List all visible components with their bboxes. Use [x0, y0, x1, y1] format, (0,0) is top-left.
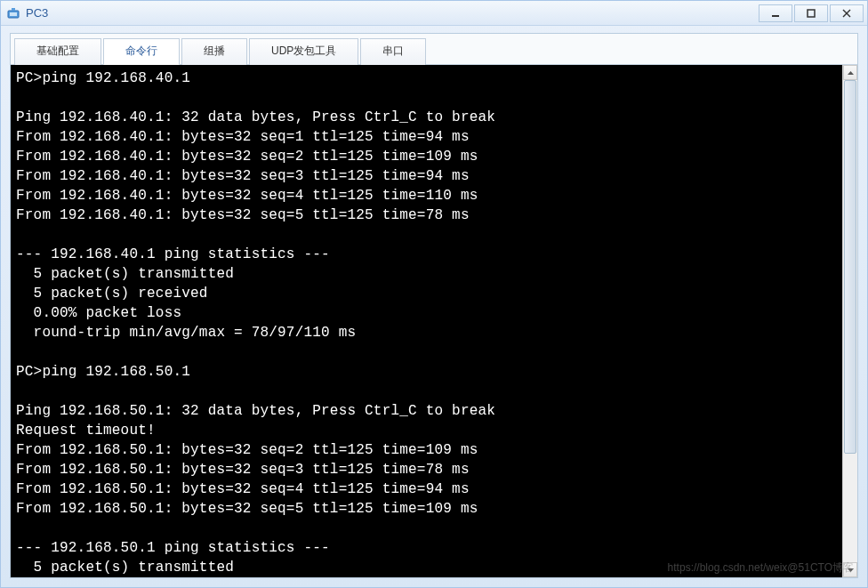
tab-label: 基础配置	[36, 44, 79, 57]
tab-cli[interactable]: 命令行	[103, 38, 180, 65]
scroll-track[interactable]	[843, 80, 857, 562]
close-button[interactable]	[830, 4, 864, 22]
maximize-button[interactable]	[794, 4, 828, 22]
titlebar: PC3	[1, 1, 867, 26]
minimize-button[interactable]	[759, 4, 792, 22]
tab-serial[interactable]: 串口	[360, 38, 426, 65]
svg-rect-2	[12, 8, 15, 11]
window-title: PC3	[26, 6, 757, 20]
svg-marker-7	[848, 71, 854, 75]
content-area: 基础配置 命令行 组播 UDP发包工具 串口 PC>ping 192.168.4…	[10, 33, 858, 578]
terminal-container: PC>ping 192.168.40.1 Ping 192.168.40.1: …	[11, 65, 857, 577]
svg-rect-4	[808, 10, 815, 17]
terminal-output[interactable]: PC>ping 192.168.40.1 Ping 192.168.40.1: …	[11, 65, 842, 577]
window-controls	[757, 4, 864, 22]
tab-udp[interactable]: UDP发包工具	[249, 38, 358, 65]
scroll-up-button[interactable]	[843, 65, 857, 80]
app-window: PC3 基础配置 命令行 组播 UDP发包工具 串口 PC>ping 192.1…	[0, 0, 868, 588]
tab-bar: 基础配置 命令行 组播 UDP发包工具 串口	[11, 34, 857, 65]
tab-multicast[interactable]: 组播	[181, 38, 247, 65]
tab-label: 组播	[204, 44, 225, 57]
tab-basic[interactable]: 基础配置	[14, 38, 101, 65]
svg-marker-8	[848, 568, 854, 572]
tab-label: 命令行	[125, 44, 157, 57]
tab-label: UDP发包工具	[271, 44, 336, 57]
scrollbar	[842, 65, 857, 577]
scroll-down-button[interactable]	[843, 562, 857, 577]
scroll-thumb[interactable]	[844, 80, 856, 454]
svg-rect-1	[10, 12, 17, 16]
app-icon	[6, 6, 20, 20]
tab-label: 串口	[382, 44, 404, 57]
